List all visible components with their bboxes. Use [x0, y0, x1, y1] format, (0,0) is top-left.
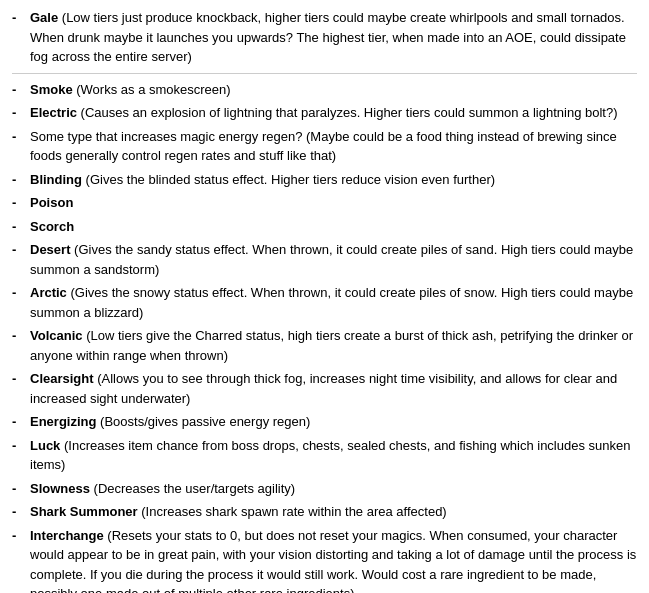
item-text-volcanic: Volcanic (Low tiers give the Charred sta… — [30, 326, 637, 365]
item-bold-label: Electric — [30, 105, 77, 120]
bullet-point: - — [12, 8, 30, 28]
list-item: -Some type that increases magic energy r… — [12, 127, 637, 166]
list-item: -Blinding (Gives the blinded status effe… — [12, 170, 637, 190]
item-bold-label: Arctic — [30, 285, 67, 300]
bullet-point: - — [12, 526, 30, 546]
list-item: -Smoke (Works as a smokescreen) — [12, 80, 637, 100]
item-text-magic-regen: Some type that increases magic energy re… — [30, 127, 637, 166]
item-text-smoke: Smoke (Works as a smokescreen) — [30, 80, 637, 100]
item-text-desert: Desert (Gives the sandy status effect. W… — [30, 240, 637, 279]
bullet-point: - — [12, 479, 30, 499]
bullet-point: - — [12, 283, 30, 303]
item-bold-label: Desert — [30, 242, 70, 257]
item-text-scorch: Scorch — [30, 217, 637, 237]
bullet-point: - — [12, 412, 30, 432]
list-item: -Scorch — [12, 217, 637, 237]
bullet-point: - — [12, 170, 30, 190]
item-text-slowness: Slowness (Decreases the user/targets agi… — [30, 479, 637, 499]
item-text-gale: Gale (Low tiers just produce knockback, … — [30, 8, 637, 67]
item-bold-label: Scorch — [30, 219, 74, 234]
item-bold-label: Slowness — [30, 481, 90, 496]
item-bold-label: Poison — [30, 195, 73, 210]
item-text-clearsight: Clearsight (Allows you to see through th… — [30, 369, 637, 408]
item-bold-label: Smoke — [30, 82, 73, 97]
item-text-arctic: Arctic (Gives the snowy status effect. W… — [30, 283, 637, 322]
main-content: -Gale (Low tiers just produce knockback,… — [0, 0, 649, 593]
bullet-point: - — [12, 436, 30, 456]
bullet-point: - — [12, 127, 30, 147]
item-bold-label: Clearsight — [30, 371, 94, 386]
list-item: -Slowness (Decreases the user/targets ag… — [12, 479, 637, 499]
list-item: -Shark Summoner (Increases shark spawn r… — [12, 502, 637, 522]
list-item: -Clearsight (Allows you to see through t… — [12, 369, 637, 408]
list-item: -Desert (Gives the sandy status effect. … — [12, 240, 637, 279]
item-bold-label: Interchange — [30, 528, 104, 543]
bullet-point: - — [12, 502, 30, 522]
item-text-electric: Electric (Causes an explosion of lightni… — [30, 103, 637, 123]
item-bold-label: Gale — [30, 10, 58, 25]
list-item: -Poison — [12, 193, 637, 213]
item-text-blinding: Blinding (Gives the blinded status effec… — [30, 170, 637, 190]
item-bold-label: Luck — [30, 438, 60, 453]
item-text-poison: Poison — [30, 193, 637, 213]
item-text-interchange: Interchange (Resets your stats to 0, but… — [30, 526, 637, 594]
bullet-point: - — [12, 240, 30, 260]
item-bold-label: Shark Summoner — [30, 504, 138, 519]
list-item: -Gale (Low tiers just produce knockback,… — [12, 8, 637, 67]
section-divider — [12, 73, 637, 74]
bullet-point: - — [12, 326, 30, 346]
list-item: -Energizing (Boosts/gives passive energy… — [12, 412, 637, 432]
bullet-point: - — [12, 193, 30, 213]
list-item: -Electric (Causes an explosion of lightn… — [12, 103, 637, 123]
item-bold-label: Blinding — [30, 172, 82, 187]
bullet-point: - — [12, 217, 30, 237]
item-text-shark-summoner: Shark Summoner (Increases shark spawn ra… — [30, 502, 637, 522]
list-item: -Luck (Increases item chance from boss d… — [12, 436, 637, 475]
bullet-point: - — [12, 369, 30, 389]
list-item: -Interchange (Resets your stats to 0, bu… — [12, 526, 637, 594]
item-list: -Gale (Low tiers just produce knockback,… — [12, 8, 637, 593]
item-bold-label: Energizing — [30, 414, 96, 429]
item-text-energizing: Energizing (Boosts/gives passive energy … — [30, 412, 637, 432]
item-text-luck: Luck (Increases item chance from boss dr… — [30, 436, 637, 475]
list-item: -Volcanic (Low tiers give the Charred st… — [12, 326, 637, 365]
bullet-point: - — [12, 103, 30, 123]
item-bold-label: Volcanic — [30, 328, 83, 343]
bullet-point: - — [12, 80, 30, 100]
list-item: -Arctic (Gives the snowy status effect. … — [12, 283, 637, 322]
